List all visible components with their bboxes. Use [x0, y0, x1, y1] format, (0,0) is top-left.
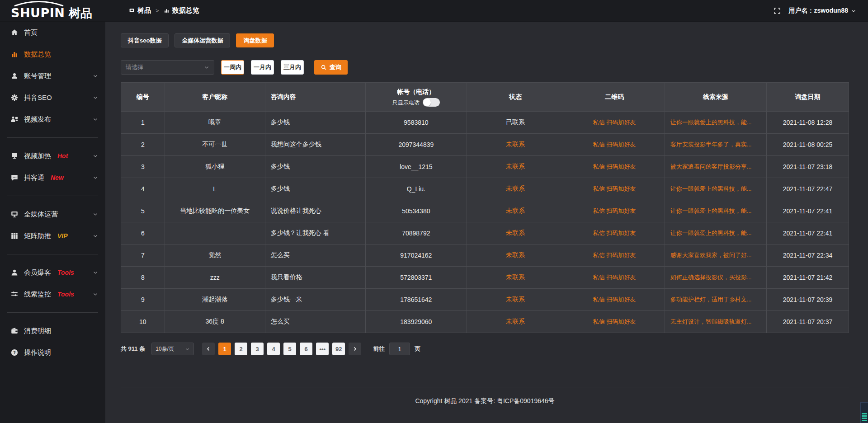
query-button[interactable]: 查询 [314, 60, 348, 75]
cell-nickname: 哦章 [165, 112, 265, 134]
cell-date: 2021-11-07 22:47 [767, 178, 849, 200]
account-select[interactable]: 请选择 [121, 60, 214, 75]
range-button-0[interactable]: 一周内 [221, 60, 244, 75]
qr-link[interactable]: 私信 扫码加好友 [564, 200, 665, 222]
status-badge: 未联系 [467, 289, 564, 311]
sidebar-item-label: 抖客通 [24, 174, 44, 182]
source-link[interactable]: 感谢大家喜欢我家，被问了好... [665, 244, 766, 267]
table-row: 1036度 8怎么买183929060未联系私信 扫码加好友无主灯设计，智能磁吸… [121, 311, 849, 333]
page-size-select[interactable]: 10条/页 [151, 343, 194, 355]
topbar-right: 用户名：zswodun88 [774, 7, 868, 15]
table-row: 9潮起潮落多少钱一米178651642未联系私信 扫码加好友多功能护栏灯，适用于… [121, 289, 849, 311]
qr-link[interactable]: 私信 扫码加好友 [564, 156, 665, 178]
phone-only-toggle[interactable] [423, 98, 440, 107]
column-header-id: 编号 [121, 83, 165, 112]
goto-page-input[interactable] [389, 343, 410, 355]
cell-account: 2097344839 [365, 134, 467, 156]
qr-link[interactable]: 私信 扫码加好友 [564, 134, 665, 156]
qr-link[interactable]: 私信 扫码加好友 [564, 222, 665, 244]
cell-id: 10 [121, 311, 165, 333]
sidebar-badge: New [51, 174, 64, 181]
cell-account: 70898792 [365, 222, 467, 244]
page-button-1[interactable]: 1 [218, 343, 231, 355]
source-link[interactable]: 让你一眼就爱上的黑科技，能... [665, 222, 766, 244]
page-button-92[interactable]: 92 [332, 343, 345, 355]
qr-link[interactable]: 私信 扫码加好友 [564, 289, 665, 311]
table-row: 8zzz我只看价格572803371未联系私信 扫码加好友如何正确选择投影仪，买… [121, 267, 849, 289]
page-button-6[interactable]: 6 [300, 343, 312, 355]
tab-button-2[interactable]: 询盘数据 [236, 33, 274, 47]
prev-page-button[interactable] [202, 343, 215, 355]
sidebar-item-douketong[interactable]: 抖客通New [0, 167, 105, 188]
cell-account: 9583810 [365, 112, 467, 134]
page-button-4[interactable]: 4 [267, 343, 280, 355]
sidebar-item-account-manage[interactable]: 账号管理 [0, 65, 105, 87]
cell-content: 多少钱 [265, 178, 365, 200]
grid-icon [10, 232, 19, 240]
sidebar-item-data-overview[interactable]: 数据总览 [0, 43, 105, 65]
sidebar-item-matrix-boost[interactable]: 矩阵助推VIP [0, 225, 105, 247]
fullscreen-icon[interactable] [774, 7, 781, 14]
more-pages-button[interactable]: ••• [316, 343, 329, 355]
page-button-2[interactable]: 2 [235, 343, 247, 355]
sidebar-item-home[interactable]: 首页 [0, 22, 105, 43]
qr-link[interactable]: 私信 扫码加好友 [564, 311, 665, 333]
source-link[interactable]: 被大家追着问的客厅投影分享... [665, 156, 766, 178]
chevron-down-icon [93, 153, 98, 159]
qr-link[interactable]: 私信 扫码加好友 [564, 178, 665, 200]
sidebar-item-consume-detail[interactable]: 消费明细 [0, 320, 105, 342]
column-header-source: 线索来源 [665, 83, 766, 112]
column-header-account: 帐号（电话） 只显示电话 [365, 83, 467, 112]
status-badge: 未联系 [467, 178, 564, 200]
breadcrumb-current[interactable]: 数据总览 [164, 6, 199, 15]
next-page-button[interactable] [349, 343, 361, 355]
source-link[interactable]: 如何正确选择投影仪，买投影... [665, 267, 766, 289]
tab-button-1[interactable]: 全媒体运营数据 [175, 33, 230, 47]
tab-button-0[interactable]: 抖音seo数据 [121, 33, 169, 47]
source-link[interactable]: 多功能护栏灯，适用于乡村文... [665, 289, 766, 311]
sidebar-item-video-publish[interactable]: 视频发布 [0, 108, 105, 130]
qr-link[interactable]: 私信 扫码加好友 [564, 244, 665, 267]
chevron-down-icon [93, 95, 98, 100]
sidebar-divider [7, 254, 98, 254]
range-button-1[interactable]: 一月内 [251, 60, 274, 75]
cell-content: 多少钱？让我死心 看 [265, 222, 365, 244]
app-small-icon [129, 8, 135, 14]
cell-nickname: 狐小狸 [165, 156, 265, 178]
home-icon [10, 28, 19, 37]
breadcrumb-root[interactable]: 树品 [129, 6, 151, 15]
sidebar-badge: Tools [57, 291, 74, 298]
breadcrumb-current-label: 数据总览 [172, 6, 199, 15]
source-link[interactable]: 让你一眼就爱上的黑科技，能... [665, 112, 766, 134]
qr-link[interactable]: 私信 扫码加好友 [564, 267, 665, 289]
sidebar-item-operation-guide[interactable]: ?操作说明 [0, 342, 105, 363]
breadcrumb-root-label: 树品 [137, 6, 151, 15]
source-link[interactable]: 让你一眼就爱上的黑科技，能... [665, 178, 766, 200]
pagination: 共 911 条 10条/页 123456•••92 前往 页 [121, 343, 849, 355]
user-menu[interactable]: 用户名：zswodun88 [789, 7, 856, 15]
cell-date: 2021-11-07 22:41 [767, 200, 849, 222]
page-button-5[interactable]: 5 [283, 343, 296, 355]
cell-date: 2021-11-08 00:25 [767, 134, 849, 156]
chevron-down-icon [93, 117, 98, 122]
sidebar-item-label: 视频发布 [24, 115, 51, 124]
wallet-icon [10, 327, 19, 335]
date-range-group: 一周内一月内三月内 [221, 60, 304, 75]
sidebar-item-member-baoke[interactable]: 会员爆客Tools [0, 262, 105, 283]
page-button-3[interactable]: 3 [251, 343, 264, 355]
sidebar-item-douyin-seo[interactable]: 抖音SEO [0, 87, 105, 108]
corner-widget[interactable] [860, 402, 868, 423]
source-link[interactable]: 让你一眼就爱上的黑科技，能... [665, 200, 766, 222]
qr-link[interactable]: 私信 扫码加好友 [564, 112, 665, 134]
cell-account: love__1215 [365, 156, 467, 178]
range-button-2[interactable]: 三月内 [281, 60, 304, 75]
sidebar-item-media-operation[interactable]: 全媒体运营 [0, 203, 105, 225]
status-badge: 已联系 [467, 112, 564, 134]
cell-date: 2021-11-08 12:28 [767, 112, 849, 134]
cell-nickname: 觉然 [165, 244, 265, 267]
source-link[interactable]: 无主灯设计，智能磁吸轨道灯... [665, 311, 766, 333]
sidebar-badge: VIP [57, 232, 68, 240]
sidebar-item-video-heat[interactable]: 视频加热Hot [0, 145, 105, 167]
source-link[interactable]: 客厅安装投影半年多了，真实... [665, 134, 766, 156]
sidebar-item-clue-monitor[interactable]: 线索监控Tools [0, 283, 105, 305]
